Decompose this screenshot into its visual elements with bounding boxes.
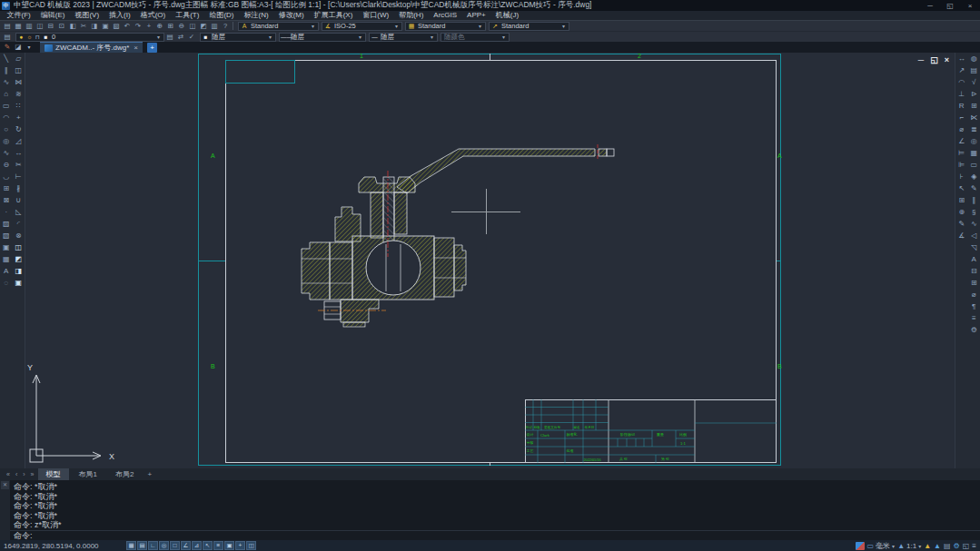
layer-on-icon[interactable]: ● [17,34,25,40]
weld-symbol-icon[interactable]: ⋉ [968,112,980,123]
plot-style-dropdown[interactable]: 随颜色 ▾ [441,33,510,42]
construction-line-icon[interactable]: ∥ [0,64,12,76]
chevron-down-icon[interactable]: ▾ [24,43,35,52]
section-symbol-icon[interactable]: § [968,206,980,218]
redo-icon[interactable]: ↷ [133,22,144,31]
geometric-tolerance-icon[interactable]: ⊞ [968,100,980,112]
layer-freeze-icon[interactable]: ☼ [25,34,34,40]
ordinate-icon[interactable]: ⊥ [955,88,967,100]
angular-dimension-icon[interactable]: ∠ [955,135,967,147]
multileader-style-dropdown[interactable]: ↗ Standard ▾ [489,22,569,31]
save-icon[interactable]: ▥ [24,22,35,31]
window-maximize-button[interactable]: ◱ [940,2,960,10]
scale-icon[interactable]: ◿ [13,135,25,147]
tab-close-icon[interactable]: × [134,44,138,52]
menu-draw[interactable]: 绘图(D) [204,11,239,20]
menu-view[interactable]: 视图(V) [70,11,104,20]
radius-dimension-icon[interactable]: R [955,100,967,112]
fullscreen-icon[interactable]: ◱ [963,542,970,550]
table-style-dropdown[interactable]: ▦ Standard ▾ [405,22,486,31]
tab-layout2[interactable]: 布局2 [107,468,142,480]
offset-icon[interactable]: ≋ [13,88,25,100]
dimension-style-dropdown[interactable]: ∡ ISO-25 ▾ [322,22,402,31]
selection-cycling-toggle[interactable]: + [235,541,245,550]
arc-length-icon[interactable]: ◠ [955,76,967,88]
lineweight-dropdown[interactable]: — 随层 ▾ [369,33,438,42]
insert-block-icon[interactable]: ⊞ [0,182,12,194]
explode-icon[interactable]: ⊗ [13,230,25,241]
ellipse-icon[interactable]: ⊖ [0,159,12,171]
title-block-icon[interactable]: ▭ [968,159,980,171]
first-layout-button[interactable]: « [4,471,13,477]
dynamic-ucs-toggle[interactable]: ⊿ [192,541,202,550]
mirror-icon[interactable]: ⋈ [13,76,25,88]
add-layout-button[interactable]: + [143,470,156,478]
ellipse-arc-icon[interactable]: ◡ [0,171,12,182]
spline-icon[interactable]: ∿ [0,147,12,159]
dynamic-input-toggle[interactable]: ↖ [203,541,213,550]
clean-screen-icon[interactable]: ◪ [13,43,24,52]
paste-icon[interactable]: ▣ [100,22,111,31]
arc-icon[interactable]: ◠ [0,112,12,123]
auto-annotation-icon[interactable]: ▲ [934,542,941,550]
new-file-icon[interactable]: ▤ [2,22,13,31]
copy-object-icon[interactable]: ◫ [13,64,25,76]
command-input[interactable]: 命令: [10,530,980,541]
settings-gear-icon[interactable]: ⚙ [954,542,960,550]
polygon-icon[interactable]: ⌂ [0,88,12,100]
dimension-edit-icon[interactable]: ✎ [955,218,967,230]
jogged-icon[interactable]: ⌐ [955,112,967,123]
break-icon[interactable]: ∦ [13,182,25,194]
layer-properties-manager-icon[interactable]: ▤ [2,33,13,42]
grid-display-toggle[interactable]: ▦ [126,541,136,550]
plot-monitor-icon[interactable]: ▤ [944,542,951,550]
layer-color-swatch[interactable]: ■ [42,34,50,40]
settings-tool-icon[interactable]: ⚙ [968,324,980,336]
surface-finish-icon[interactable]: √ [968,76,980,88]
menu-format[interactable]: 格式(O) [135,11,171,20]
polar-tracking-toggle[interactable]: ◎ [159,541,169,550]
move-icon[interactable]: + [13,112,25,123]
sketch-icon[interactable]: ✎ [968,182,980,194]
layer-walk-icon[interactable]: ≡ [968,312,980,324]
app-menu-icon[interactable]: ≡ [972,542,976,550]
erase-icon[interactable]: ▱ [13,53,25,64]
chamfer-dim-icon[interactable]: ◹ [968,241,980,253]
circle-icon[interactable]: ○ [0,123,12,135]
annotate-icon[interactable]: ¶ [968,300,980,312]
menu-express[interactable]: 扩展工具(X) [309,11,358,20]
paste-block-icon[interactable]: ◨ [13,265,25,277]
rectangle-icon[interactable]: ▭ [0,100,12,112]
thread-icon[interactable]: ≣ [968,123,980,135]
viewports-icon[interactable]: ◫ [187,22,198,31]
symbol-library-icon[interactable]: ◈ [968,171,980,182]
quick-properties-toggle[interactable]: ◫ [246,541,256,550]
linetype-dropdown[interactable]: —— 随层 ▾ [279,33,366,42]
donut-icon[interactable]: ◎ [0,135,12,147]
text-frame-icon[interactable]: A [968,253,980,265]
undo-icon[interactable]: ↶ [122,22,133,31]
transparency-toggle[interactable]: ▣ [224,541,234,550]
baseline-dimension-icon[interactable]: ⊫ [955,159,967,171]
layer-states-icon[interactable]: ▤ [164,33,175,42]
continue-dimension-icon[interactable]: ⊦ [955,171,967,182]
snap-mode-toggle[interactable]: ▤ [137,541,147,550]
trim-icon[interactable]: ✂ [13,159,25,171]
array-icon[interactable]: ∷ [13,100,25,112]
tab-model[interactable]: 模型 [38,468,69,480]
window-close-button[interactable]: × [960,2,980,10]
make-layer-current-icon[interactable]: ✓ [186,33,197,42]
drawing-canvas[interactable]: 1 2 A B A B ─ ◱ × [25,53,955,468]
cut-icon[interactable]: ✂ [78,22,89,31]
copy-icon[interactable]: ◨ [89,22,100,31]
copy-clip-icon[interactable]: ◫ [13,241,25,253]
measure-icon[interactable]: ⌀ [968,289,980,300]
point-icon[interactable]: · [0,206,12,218]
center-mark-icon[interactable]: ⊕ [955,206,967,218]
fillet-icon[interactable]: ◜ [13,218,25,230]
revision-cloud-icon[interactable]: ◌ [0,277,12,289]
mdi-close-button[interactable]: × [945,55,949,64]
units-dropdown[interactable]: ▭ 毫米 ▾ [867,541,896,551]
rotate-icon[interactable]: ↻ [13,123,25,135]
diameter-dimension-icon[interactable]: ⌀ [955,123,967,135]
